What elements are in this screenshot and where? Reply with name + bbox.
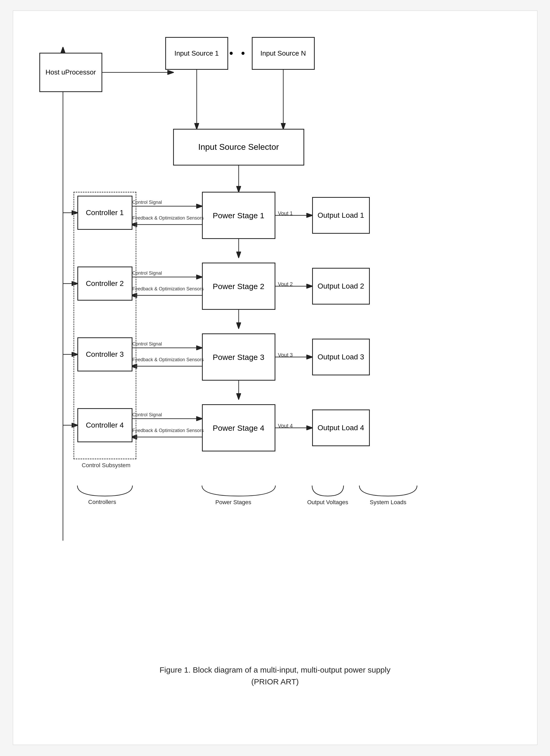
controller-4-box: Controller 4 [77,408,132,442]
control-signal-label-3: Control Signal [132,341,162,347]
feedback-label-4: Feedback & Optimization Sensors [132,428,204,434]
output-load-4-box: Output Load 4 [312,409,370,446]
output-voltages-brace-label: Output Voltages [304,499,351,506]
vout-1-label: Vout 1 [278,210,293,216]
output-load-1-box: Output Load 1 [312,197,370,234]
power-stage-4-box: Power Stage 4 [202,404,275,451]
controllers-brace-label: Controllers [68,499,136,505]
input-source-selector-box: Input Source Selector [173,129,304,166]
page: Host uProcessor Input Source 1 • • • Inp… [13,10,537,745]
controller-1-box: Controller 1 [77,196,132,230]
power-stage-3-box: Power Stage 3 [202,333,275,381]
vout-3-label: Vout 3 [278,352,293,358]
output-load-3-box: Output Load 3 [312,339,370,375]
input-source-n-box: Input Source N [252,37,315,70]
control-signal-label-4: Control Signal [132,412,162,418]
controller-2-box: Controller 2 [77,267,132,301]
control-subsystem-label: Control Subsystem [75,462,138,469]
vout-2-label: Vout 2 [278,281,293,287]
power-stage-2-box: Power Stage 2 [202,263,275,310]
figure-caption: Figure 1. Block diagram of a multi-input… [34,664,516,688]
controller-3-box: Controller 3 [77,337,132,371]
input-source-1-box: Input Source 1 [165,37,228,70]
output-load-2-box: Output Load 2 [312,268,370,305]
power-stage-1-box: Power Stage 1 [202,192,275,239]
feedback-label-3: Feedback & Optimization Sensors [132,357,204,363]
control-signal-label-2: Control Signal [132,270,162,276]
power-stages-brace-label: Power Stages [197,499,270,506]
diagram: Host uProcessor Input Source 1 • • • Inp… [34,26,516,656]
system-loads-brace-label: System Loads [354,499,422,506]
host-uprocessor-box: Host uProcessor [39,53,102,92]
vout-4-label: Vout 4 [278,423,293,429]
feedback-label-1: Feedback & Optimization Sensors [132,215,204,221]
feedback-label-2: Feedback & Optimization Sensors [132,286,204,292]
control-signal-label-1: Control Signal [132,200,162,205]
